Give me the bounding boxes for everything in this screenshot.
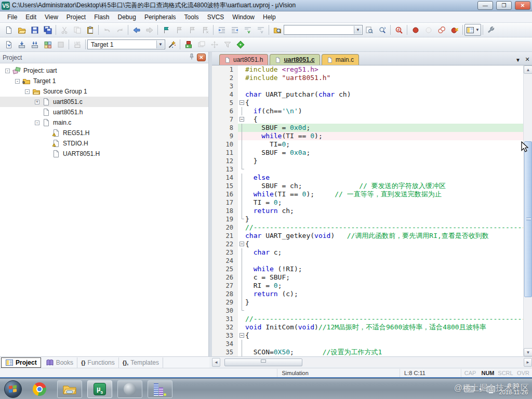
code-line-35[interactable]: 35 SCON=0X50; //设置为工作方式1 <box>212 348 523 356</box>
expand-icon[interactable]: + <box>35 100 39 104</box>
view-tab-templates[interactable]: {},Templates <box>119 357 163 368</box>
pack-installer-button[interactable] <box>234 38 247 50</box>
horizontal-scroll-thumb[interactable] <box>224 358 302 366</box>
view-tab-functions[interactable]: {}Functions <box>77 357 119 368</box>
start-button[interactable] <box>4 380 22 398</box>
menu-tools[interactable]: Tools <box>180 12 203 22</box>
new-file-button[interactable] <box>2 24 15 36</box>
code-line-22[interactable]: 22−{ <box>212 240 523 248</box>
fold-collapse-icon[interactable]: − <box>238 115 245 124</box>
code-line-8[interactable]: 8 SBUF = 0x0d; <box>212 124 523 132</box>
debug-cube-button[interactable] <box>182 38 195 50</box>
scroll-up-icon[interactable]: ▲ <box>524 65 532 74</box>
download-load-button[interactable]: LOAD <box>71 38 84 50</box>
tree-item-reg51.h[interactable]: REG51.H <box>0 128 208 138</box>
code-line-5[interactable]: 5−{ <box>212 99 523 107</box>
save-all-button[interactable] <box>41 24 54 36</box>
code-line-26[interactable]: 26 c = SBUF; <box>212 273 523 282</box>
menu-view[interactable]: View <box>41 12 62 22</box>
cut-button[interactable] <box>58 24 71 36</box>
fold-collapse-icon[interactable]: − <box>238 99 245 107</box>
collapse-icon[interactable]: - <box>25 89 30 94</box>
editor-tab-main.c[interactable]: main.c <box>322 54 359 65</box>
bookmark-next-button[interactable] <box>185 24 198 36</box>
tab-list-dropdown-icon[interactable]: ▼ <box>513 57 523 65</box>
menu-project[interactable]: Project <box>62 12 90 22</box>
find-next-button[interactable] <box>363 24 376 36</box>
code-line-3[interactable]: 3 <box>212 82 523 90</box>
code-line-12[interactable]: 12 } <box>212 157 523 165</box>
taskbar-uvision-button[interactable]: µ5 <box>87 380 112 398</box>
code-line-1[interactable]: 1#include <reg51.h> <box>212 65 523 74</box>
fold-collapse-icon[interactable]: − <box>238 331 245 340</box>
view-tab-project[interactable]: Project <box>1 357 41 368</box>
paste-button[interactable] <box>84 24 97 36</box>
vertical-scroll-thumb[interactable] <box>524 141 532 297</box>
search-combobox[interactable]: ▼ <box>284 25 363 35</box>
options-wand-button[interactable] <box>165 38 178 50</box>
taskbar-clock[interactable]: 8:30 2018-11-26 <box>499 382 528 396</box>
pin-icon[interactable] <box>188 53 195 62</box>
horizontal-scrollbar[interactable]: ◄ ► <box>212 358 532 367</box>
configure-wrench-button[interactable] <box>485 24 498 36</box>
code-line-11[interactable]: 11 SBUF = 0x0a; <box>212 149 523 157</box>
breakpoint-enable-button[interactable] <box>422 24 435 36</box>
code-line-17[interactable]: 17 TI = 0; <box>212 198 523 207</box>
code-line-2[interactable]: 2#include "uart8051.h" <box>212 74 523 82</box>
debug-session-button[interactable]: d <box>392 24 405 36</box>
funnel-button[interactable] <box>221 38 234 50</box>
bookmark-toggle-button[interactable] <box>159 24 172 36</box>
navigate-back-button[interactable] <box>130 24 143 36</box>
tree-item-uart8051.h[interactable]: uart8051.h <box>0 107 208 117</box>
code-line-25[interactable]: 25 while (!RI); <box>212 265 523 273</box>
code-line-31[interactable]: 31//------------------------------------… <box>212 315 523 323</box>
network-icon[interactable] <box>487 386 495 392</box>
redo-button[interactable] <box>113 24 126 36</box>
menu-peripherals[interactable]: Peripherals <box>140 12 180 22</box>
code-line-29[interactable]: 29} <box>212 298 523 307</box>
code-area[interactable]: 1#include <reg51.h>2#include "uart8051.h… <box>212 65 523 356</box>
scroll-down-icon[interactable]: ▼ <box>524 348 532 356</box>
restore-button[interactable]: ❐ <box>496 1 512 10</box>
chevron-down-icon[interactable]: ▼ <box>156 41 164 48</box>
copy-button[interactable] <box>71 24 84 36</box>
tree-item-uart8051.c[interactable]: +uart8051.c <box>0 97 208 107</box>
menu-help[interactable]: Help <box>259 12 280 22</box>
menu-svcs[interactable]: SVCS <box>203 12 229 22</box>
code-line-28[interactable]: 28 return (c); <box>212 290 523 298</box>
code-line-10[interactable]: 10 TI=0; <box>212 140 523 149</box>
fold-collapse-icon[interactable]: − <box>238 240 245 248</box>
menu-window[interactable]: Window <box>228 12 259 22</box>
scroll-left-icon[interactable]: ◄ <box>212 358 220 367</box>
tree-item-project-uart[interactable]: -Project: uart <box>0 65 208 76</box>
taskbar-globe-button[interactable] <box>117 380 142 398</box>
bookmark-prev-button[interactable] <box>172 24 185 36</box>
code-line-14[interactable]: 14 else <box>212 174 523 182</box>
bookmark-clear-button[interactable] <box>198 24 211 36</box>
tree-item-stdio.h[interactable]: STDIO.H <box>0 138 208 149</box>
collapse-icon[interactable]: - <box>15 79 20 84</box>
find-in-files-button[interactable] <box>271 24 284 36</box>
open-file-button[interactable] <box>15 24 28 36</box>
window-stack-button[interactable] <box>195 38 208 50</box>
code-line-30[interactable]: 30 <box>212 307 523 315</box>
taskbar-explorer-button[interactable] <box>57 380 82 398</box>
batch-build-button[interactable] <box>41 38 54 50</box>
minimize-button[interactable]: — <box>477 1 493 10</box>
close-button[interactable]: ✕ <box>515 1 530 10</box>
breakpoint-disable-all-button[interactable] <box>435 24 448 36</box>
taskbar-buildings-button[interactable] <box>148 380 172 398</box>
view-tab-books[interactable]: Books <box>42 357 77 368</box>
code-line-20[interactable]: 20//------------------------------------… <box>212 223 523 232</box>
uncomment-button[interactable] <box>254 24 267 36</box>
code-line-34[interactable]: 34 <box>212 340 523 348</box>
breakpoint-insert-button[interactable] <box>409 24 422 36</box>
target-select-combobox[interactable]: Target 1▼ <box>87 39 165 49</box>
code-line-7[interactable]: 7− { <box>212 115 523 124</box>
code-line-27[interactable]: 27 RI = 0; <box>212 282 523 290</box>
code-line-32[interactable]: 32void InitCom(void)//12M晶振时，不适合9600波特率，… <box>212 323 523 331</box>
build-button[interactable] <box>15 38 28 50</box>
code-line-33[interactable]: 33−{ <box>212 331 523 340</box>
menu-flash[interactable]: Flash <box>90 12 113 22</box>
editor-tab-uart8051.h[interactable]: uart8051.h <box>219 54 268 65</box>
